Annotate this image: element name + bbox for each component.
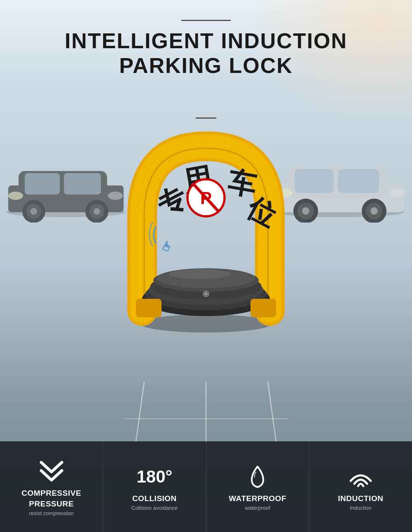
svg-line-26 bbox=[136, 382, 144, 441]
water-drop-icon bbox=[243, 464, 272, 489]
wifi-icon bbox=[346, 464, 375, 489]
svg-rect-4 bbox=[64, 173, 101, 195]
main-title: INTELLIGENT INDUCTION PARKING LOCK bbox=[0, 29, 412, 78]
feature-waterproof: WATERPROOF waterproof bbox=[206, 441, 309, 532]
collision-subtitle: Collision avoidance bbox=[131, 505, 178, 511]
top-decorative-line bbox=[181, 20, 231, 21]
compressive-title2: PRESSURE bbox=[29, 499, 74, 509]
feature-compressive: COMPRESSIVE PRESSURE resist compression bbox=[0, 441, 103, 532]
waterproof-subtitle: waterproof bbox=[245, 505, 270, 511]
features-bar: COMPRESSIVE PRESSURE resist compression … bbox=[0, 441, 412, 532]
sub-decorative-line bbox=[196, 117, 216, 119]
compressive-title: COMPRESSIVE bbox=[21, 489, 81, 498]
degree-label: 180° bbox=[136, 468, 172, 485]
svg-point-9 bbox=[30, 208, 37, 215]
svg-point-48 bbox=[205, 293, 208, 295]
title-block: INTELLIGENT INDUCTION PARKING LOCK bbox=[0, 29, 412, 78]
induction-subtitle: Induction bbox=[350, 505, 372, 511]
induction-title: INDUCTION bbox=[338, 494, 383, 503]
compress-icon bbox=[37, 459, 66, 484]
collision-title: COLLISION bbox=[132, 494, 177, 503]
svg-point-46 bbox=[169, 269, 231, 279]
svg-point-30 bbox=[140, 314, 272, 333]
svg-rect-49 bbox=[136, 299, 162, 317]
parking-lock-device: 专 用 车 位 P ☞ bbox=[103, 122, 309, 336]
waterproof-title: WATERPROOF bbox=[229, 494, 286, 503]
compressive-subtitle: resist compression bbox=[29, 510, 73, 516]
svg-rect-50 bbox=[250, 299, 276, 317]
feature-induction: INDUCTION Induction bbox=[309, 441, 412, 532]
svg-rect-17 bbox=[338, 169, 379, 193]
title-line1: INTELLIGENT INDUCTION bbox=[65, 29, 347, 53]
svg-point-19 bbox=[389, 188, 406, 197]
title-line2: PARKING LOCK bbox=[119, 54, 293, 77]
parking-lock-svg: 专 用 车 位 P ☞ bbox=[103, 122, 309, 336]
degree-icon: 180° bbox=[140, 464, 169, 489]
page-container: INTELLIGENT INDUCTION PARKING LOCK bbox=[0, 0, 412, 532]
svg-point-25 bbox=[370, 207, 378, 215]
svg-line-28 bbox=[268, 382, 276, 441]
feature-collision: 180° COLLISION Collision avoidance bbox=[103, 441, 206, 532]
svg-point-12 bbox=[94, 208, 100, 215]
svg-point-5 bbox=[8, 192, 23, 200]
svg-text:车: 车 bbox=[225, 166, 259, 202]
svg-rect-3 bbox=[25, 173, 60, 195]
parking-space-lines bbox=[103, 377, 309, 443]
svg-text:☞: ☞ bbox=[158, 239, 175, 254]
